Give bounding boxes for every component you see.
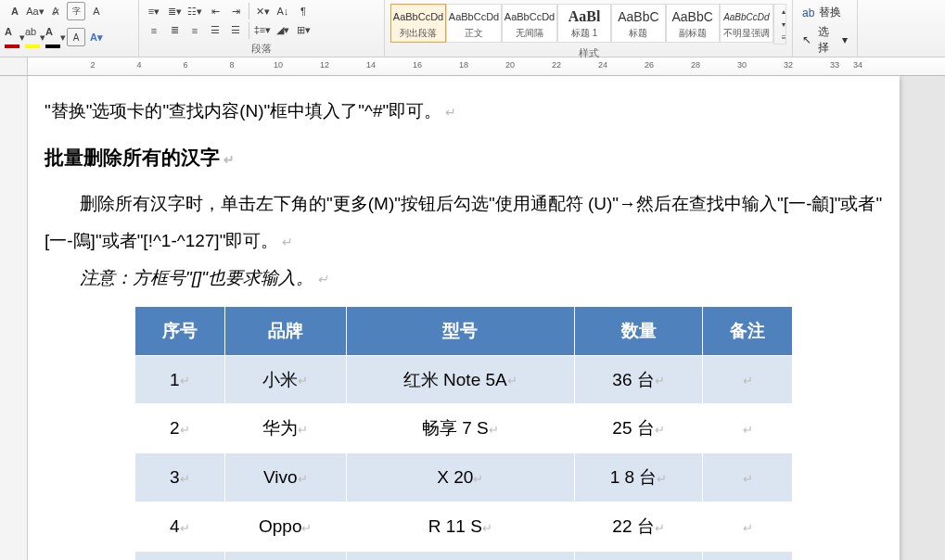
table-cell[interactable]: 1↵ bbox=[135, 355, 225, 404]
table-cell[interactable]: 一加↵ bbox=[224, 552, 346, 560]
bullets-button[interactable]: ≡▾ bbox=[145, 2, 163, 20]
table-row[interactable]: 3↵Vivo↵X 20↵1 8 台↵↵ bbox=[135, 453, 793, 503]
para-mark-icon: ↵ bbox=[282, 235, 293, 249]
th-no[interactable]: 序号 bbox=[135, 306, 225, 355]
ruler-tick: 24 bbox=[598, 60, 607, 70]
th-model[interactable]: 型号 bbox=[346, 306, 574, 355]
table-cell[interactable]: R 11 S↵ bbox=[346, 503, 574, 552]
asian-layout-button[interactable]: ✕▾ bbox=[253, 2, 272, 20]
table-cell[interactable]: 4↵ bbox=[135, 503, 225, 552]
align-right-button[interactable]: ≡ bbox=[185, 21, 204, 40]
table-cell[interactable]: 22 台↵ bbox=[574, 503, 702, 552]
divider bbox=[249, 3, 249, 19]
table-cell[interactable]: ↵ bbox=[703, 503, 793, 552]
sort-button[interactable]: A↓ bbox=[274, 2, 292, 20]
ruler-tick: 6 bbox=[183, 60, 187, 70]
styles-expand[interactable]: ≡ bbox=[774, 31, 793, 44]
ruler-tick: 34 bbox=[853, 60, 862, 70]
text-effects-button[interactable]: A▾ bbox=[87, 28, 106, 46]
table-cell[interactable]: 红米 Note 5A↵ bbox=[346, 355, 574, 404]
replace-button[interactable]: ab替换 bbox=[798, 4, 851, 21]
table-cell[interactable]: ↵ bbox=[703, 552, 793, 560]
select-button[interactable]: ↖选择▾ bbox=[798, 23, 851, 57]
th-qty[interactable]: 数量 bbox=[574, 306, 702, 355]
style-preview: AaBbCcDd bbox=[723, 6, 769, 27]
show-marks-button[interactable]: ¶ bbox=[294, 2, 313, 20]
align-left-button[interactable]: ≡ bbox=[145, 21, 163, 40]
style-item-nospace[interactable]: AaBbCcDd无间隔 bbox=[502, 4, 557, 43]
table-row[interactable]: 4↵Oppo↵R 11 S↵22 台↵↵ bbox=[135, 503, 793, 552]
font-group: A Aa▾ A̷ 字 A A▾ ab▾ A▾ A A▾ bbox=[0, 0, 139, 57]
table-cell[interactable]: X 20↵ bbox=[346, 453, 574, 503]
char-shading-button[interactable]: 字 bbox=[67, 2, 85, 20]
styles-scroll-down[interactable]: ▾ bbox=[774, 18, 793, 31]
table-cell[interactable]: 5↵ bbox=[135, 552, 225, 560]
table-cell[interactable]: 36 台↵ bbox=[574, 355, 702, 404]
shading-button[interactable]: ◢▾ bbox=[274, 21, 292, 40]
style-item-subtitle[interactable]: AaBbC副标题 bbox=[666, 4, 720, 43]
table-row[interactable]: 2↵华为↵畅享 7 S↵25 台↵↵ bbox=[135, 404, 793, 453]
clear-format-button[interactable]: A̷ bbox=[46, 2, 65, 20]
table-cell[interactable]: 小米↵ bbox=[224, 355, 346, 404]
font-case-button[interactable]: Aa▾ bbox=[26, 2, 45, 20]
table-cell[interactable]: Vivo↵ bbox=[224, 453, 346, 503]
indent-dec-button[interactable]: ⇤ bbox=[206, 2, 224, 20]
th-note[interactable]: 备注 bbox=[703, 306, 793, 355]
table-cell[interactable]: ↵ bbox=[703, 453, 793, 503]
ruler-tick: 14 bbox=[366, 60, 376, 70]
multilevel-button[interactable]: ☷▾ bbox=[185, 2, 204, 20]
table-cell[interactable]: 5 T↵ bbox=[346, 552, 574, 560]
font-color-button[interactable]: A▾ bbox=[6, 28, 24, 46]
table-row[interactable]: 1↵小米↵红米 Note 5A↵36 台↵↵ bbox=[135, 355, 793, 404]
font-grow-button[interactable]: A bbox=[6, 2, 24, 20]
ruler-tick: 26 bbox=[645, 60, 654, 70]
paragraph[interactable]: "替换"选项卡的"查找内容(N)"框中填入了"^#"即可。↵ bbox=[45, 93, 883, 130]
style-item-title[interactable]: AaBbC标题 bbox=[611, 4, 665, 43]
vertical-ruler[interactable] bbox=[0, 76, 28, 560]
table-cell[interactable]: 1 8 台↵ bbox=[574, 453, 702, 503]
table-header-row[interactable]: 序号 品牌 型号 数量 备注 bbox=[135, 306, 793, 355]
table-cell[interactable]: 畅享 7 S↵ bbox=[346, 404, 574, 453]
paragraph-group: ≡▾ ≣▾ ☷▾ ⇤ ⇥ ✕▾ A↓ ¶ ≡ ≣ ≡ ☰ ☰ ‡≡▾ ◢▾ ⊞▾… bbox=[139, 0, 385, 57]
paragraph-group-label: 段落 bbox=[145, 40, 378, 57]
align-center-button[interactable]: ≣ bbox=[165, 21, 184, 40]
font-color2-button[interactable]: A▾ bbox=[46, 28, 65, 46]
ruler-tick: 2 bbox=[90, 60, 95, 70]
style-item-list-para[interactable]: AaBbCcDd列出段落 bbox=[390, 4, 446, 43]
ruler-tick: 28 bbox=[691, 60, 700, 70]
highlight-button[interactable]: ab▾ bbox=[26, 28, 45, 46]
table-cell[interactable]: Oppo↵ bbox=[224, 503, 346, 552]
style-name: 列出段落 bbox=[400, 27, 437, 40]
enclose-button[interactable]: A bbox=[87, 2, 106, 20]
numbering-button[interactable]: ≣▾ bbox=[165, 2, 184, 20]
table-cell[interactable]: 3↵ bbox=[135, 453, 225, 503]
indent-inc-button[interactable]: ⇥ bbox=[226, 2, 245, 20]
styles-scroll-up[interactable]: ▴ bbox=[774, 5, 793, 18]
heading[interactable]: 批量删除所有的汉字↵ bbox=[45, 137, 883, 178]
table-cell[interactable]: ↵ bbox=[703, 404, 793, 453]
table-cell[interactable]: ↵ bbox=[703, 355, 793, 404]
table-cell[interactable]: 25 台↵ bbox=[574, 404, 702, 453]
table-cell[interactable]: 华为↵ bbox=[224, 404, 346, 453]
align-justify-button[interactable]: ☰ bbox=[206, 21, 224, 40]
line-spacing-button[interactable]: ‡≡▾ bbox=[253, 21, 272, 40]
style-item-heading1[interactable]: AaBl标题 1 bbox=[557, 4, 611, 43]
table-cell[interactable]: 2↵ bbox=[135, 404, 225, 453]
table-row[interactable]: 5↵一加↵5 T↵16 台↵↵ bbox=[135, 552, 793, 560]
page-scroll[interactable]: "替换"选项卡的"查找内容(N)"框中填入了"^#"即可。↵ 批量删除所有的汉字… bbox=[28, 76, 945, 560]
style-item-subtle-emph[interactable]: AaBbCcDd不明显强调 bbox=[720, 4, 773, 43]
ribbon: A Aa▾ A̷ 字 A A▾ ab▾ A▾ A A▾ ≡▾ ≣▾ ☷▾ ⇤ ⇥… bbox=[0, 0, 945, 57]
paragraph[interactable]: 删除所有汉字时，单击左下角的"更多(M)"按钮后勾选"使用通配符 (U)"→然后… bbox=[45, 185, 883, 260]
align-dist-button[interactable]: ☰ bbox=[226, 21, 245, 40]
style-item-normal[interactable]: AaBbCcDd正文 bbox=[446, 4, 502, 43]
char-border-button[interactable]: A bbox=[67, 28, 85, 46]
th-brand[interactable]: 品牌 bbox=[224, 306, 346, 355]
data-table[interactable]: 序号 品牌 型号 数量 备注 1↵小米↵红米 Note 5A↵36 台↵↵2↵华… bbox=[134, 306, 793, 560]
paragraph-note[interactable]: 注意：方框号"[]"也要求输入。↵ bbox=[45, 260, 883, 297]
ruler-tick: 32 bbox=[784, 60, 793, 70]
ruler-tick: 18 bbox=[459, 60, 468, 70]
style-preview: AaBbCcDd bbox=[504, 6, 555, 27]
table-cell[interactable]: 16 台↵ bbox=[574, 552, 702, 560]
horizontal-ruler[interactable]: 24681012141618202224262830323334 bbox=[0, 57, 945, 76]
borders-button[interactable]: ⊞▾ bbox=[294, 21, 313, 40]
